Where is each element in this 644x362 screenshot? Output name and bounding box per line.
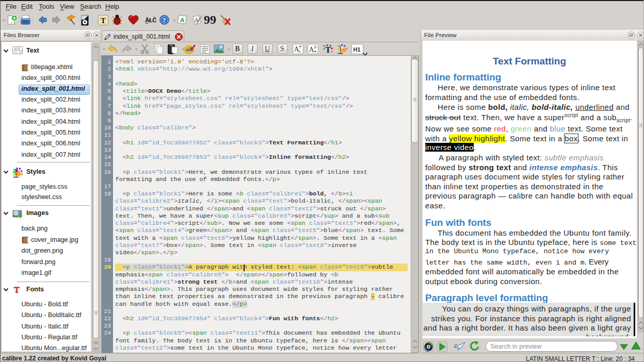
- svg-text:S: S: [314, 44, 317, 50]
- svg-text:ÅŁČ: ÅŁČ: [145, 17, 156, 23]
- svg-text:?: ?: [163, 17, 166, 24]
- svg-text:H1: H1: [353, 46, 361, 53]
- svg-text:s: s: [299, 48, 301, 54]
- svg-text:T: T: [13, 285, 20, 294]
- svg-text:99: 99: [204, 13, 216, 26]
